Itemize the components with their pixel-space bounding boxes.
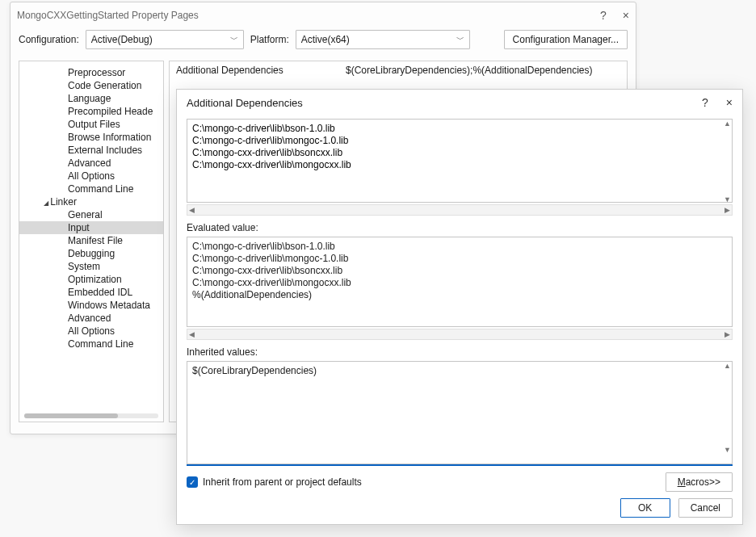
dialog-titlebar: Additional Dependencies ? × (177, 90, 742, 115)
inherited-values-box[interactable] (187, 361, 733, 464)
property-row[interactable]: Additional Dependencies $(CoreLibraryDep… (170, 61, 627, 79)
tree-item[interactable]: Preprocessor (19, 66, 163, 79)
scroll-up-icon[interactable]: ▲ (724, 362, 731, 370)
scroll-left-icon[interactable]: ◀ (189, 330, 195, 338)
titlebar: MongoCXXGettingStarted Property Pages ? … (10, 2, 636, 28)
focus-underline (187, 464, 733, 466)
scroll-up-icon[interactable]: ▲ (724, 120, 731, 128)
close-icon[interactable]: × (726, 96, 733, 109)
evaluated-value-box[interactable] (187, 237, 733, 327)
dialog-title: Additional Dependencies (187, 97, 303, 109)
tree-item[interactable]: Code Generation (19, 79, 163, 92)
help-icon[interactable]: ? (600, 9, 607, 22)
tree-item[interactable]: Manifest File (19, 234, 163, 247)
editor-vscrollbar[interactable]: ▲ ▼ (722, 120, 732, 203)
tree-item[interactable]: External Includes (19, 144, 163, 157)
configuration-manager-button[interactable]: Configuration Manager... (504, 30, 628, 49)
platform-value: Active(x64) (301, 34, 350, 45)
tree-item[interactable]: Windows Metadata (19, 299, 163, 312)
tree-item[interactable]: Language (19, 92, 163, 105)
tree-node-linker[interactable]: Linker (19, 195, 163, 208)
configuration-bar: Configuration: Active(Debug) ﹀ Platform:… (10, 28, 636, 61)
configuration-label: Configuration: (19, 34, 79, 45)
tree-item[interactable]: Optimization (19, 273, 163, 286)
editor-hscrollbar[interactable]: ◀ ▶ (187, 204, 733, 216)
scroll-right-icon[interactable]: ▶ (724, 330, 730, 338)
tree-hscrollbar[interactable] (24, 413, 158, 418)
ok-button[interactable]: OK (620, 498, 670, 518)
property-name: Additional Dependencies (176, 65, 346, 76)
configuration-dropdown[interactable]: Active(Debug) ﹀ (86, 30, 244, 49)
dialog-footer: ✓ Inherit from parent or project default… (177, 466, 742, 498)
configuration-value: Active(Debug) (91, 34, 153, 45)
scroll-down-icon[interactable]: ▼ (724, 446, 731, 454)
evaluated-container: ◀ ▶ (187, 237, 733, 340)
tree-item[interactable]: Embedded IDL (19, 286, 163, 299)
inherited-label: Inherited values: (187, 346, 733, 358)
platform-dropdown[interactable]: Active(x64) ﹀ (296, 30, 470, 49)
scroll-left-icon[interactable]: ◀ (189, 206, 195, 214)
platform-label: Platform: (250, 34, 289, 45)
close-icon[interactable]: × (623, 9, 629, 22)
tree-item[interactable]: Command Line (19, 182, 163, 195)
tree-item[interactable]: Advanced (19, 157, 163, 170)
macros-button[interactable]: Macros>> (666, 472, 733, 492)
tree-item[interactable]: Input (19, 221, 163, 234)
tree-item[interactable]: Browse Information (19, 131, 163, 144)
tree-item[interactable]: Command Line (19, 338, 163, 350)
tree-item[interactable]: General (19, 208, 163, 221)
tree-item[interactable]: All Options (19, 325, 163, 338)
tree-item[interactable]: All Options (19, 170, 163, 182)
editor-container: ▲ ▼ ◀ ▶ (187, 119, 733, 216)
scroll-right-icon[interactable]: ▶ (724, 206, 730, 214)
scroll-down-icon[interactable]: ▼ (724, 195, 731, 203)
inherited-vscrollbar[interactable]: ▲ ▼ (722, 362, 732, 454)
inherit-checkbox-label[interactable]: Inherit from parent or project defaults (203, 476, 362, 488)
tree-item[interactable]: System (19, 260, 163, 273)
evaluated-label: Evaluated value: (187, 222, 733, 233)
cancel-button[interactable]: Cancel (678, 498, 733, 518)
additional-dependencies-dialog: Additional Dependencies ? × ▲ ▼ ◀ ▶ Eval… (176, 89, 743, 525)
chevron-down-icon: ﹀ (456, 34, 464, 45)
scrollbar-thumb[interactable] (24, 413, 118, 418)
window-title: MongoCXXGettingStarted Property Pages (17, 10, 199, 21)
category-tree[interactable]: PreprocessorCode GenerationLanguagePreco… (19, 61, 164, 422)
dependencies-editor[interactable] (187, 119, 733, 203)
inherit-checkbox[interactable]: ✓ (187, 476, 198, 488)
property-value: $(CoreLibraryDependencies);%(AdditionalD… (346, 65, 593, 76)
dialog-buttons: OK Cancel (177, 498, 742, 524)
inherited-container: ▲ ▼ (187, 361, 733, 466)
tree-item[interactable]: Output Files (19, 118, 163, 131)
help-icon[interactable]: ? (702, 96, 708, 109)
tree-item[interactable]: Advanced (19, 312, 163, 325)
tree-item[interactable]: Precompiled Heade (19, 105, 163, 118)
evaluated-hscrollbar[interactable]: ◀ ▶ (187, 329, 733, 340)
chevron-down-icon: ﹀ (230, 34, 238, 45)
tree-item[interactable]: Debugging (19, 247, 163, 260)
